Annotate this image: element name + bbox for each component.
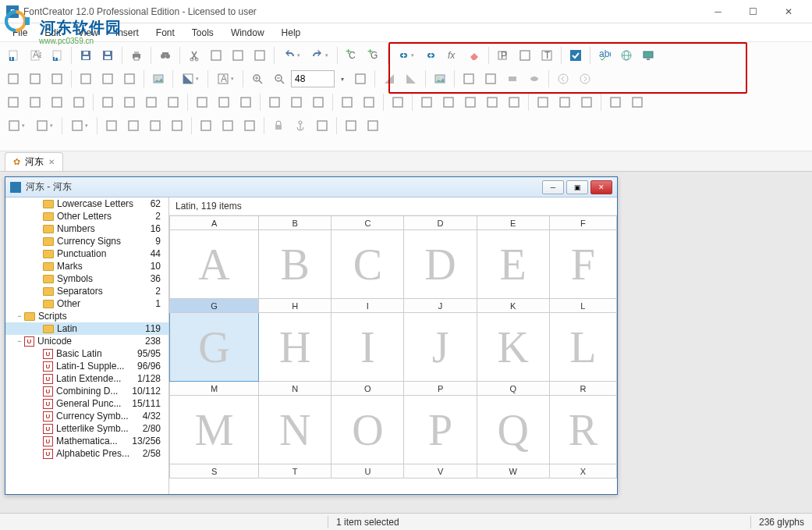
tree-row[interactable]: UCurrency Symb...4/32 (5, 410, 168, 422)
glyph-header-cell[interactable]: S (170, 464, 259, 478)
rect-select-icon[interactable] (3, 69, 23, 89)
check-icon[interactable] (566, 45, 586, 66)
tree-row[interactable]: Lowercase Letters62 (5, 197, 168, 210)
glyph-cell[interactable]: G (170, 313, 259, 382)
glyph-header-cell[interactable]: U (332, 464, 404, 478)
tree-row[interactable]: −Scripts (5, 310, 168, 322)
tree-row[interactable]: −UUnicode238 (5, 335, 168, 347)
file-f-icon[interactable]: F (3, 45, 23, 66)
glyph-header-cell[interactable]: B (259, 216, 332, 230)
tree-row[interactable]: Marks10 (5, 260, 168, 272)
glyph-header-cell[interactable]: V (404, 464, 477, 478)
menu-help[interactable]: Help (274, 26, 309, 40)
glyph-header-cell[interactable]: N (259, 382, 332, 396)
glyph-header-cell[interactable]: T (259, 464, 332, 478)
glyph-cell[interactable]: R (549, 396, 616, 464)
glyph-header-cell[interactable]: C (332, 216, 404, 230)
child-maximize-button[interactable]: ▣ (566, 180, 588, 194)
tree-row[interactable]: UBasic Latin95/95 (5, 347, 168, 360)
abc-spell-icon[interactable]: abc (594, 45, 615, 66)
tree-row[interactable]: Latin119 (5, 322, 168, 335)
glyph-cell[interactable]: A (170, 230, 259, 299)
glyph-cell[interactable]: K (477, 313, 549, 382)
redo-icon[interactable]: ▾ (307, 45, 333, 66)
minimize-button[interactable]: ─ (700, 1, 736, 23)
eraser-icon[interactable] (464, 45, 484, 66)
glyph-cell[interactable]: I (332, 313, 404, 382)
tree-row[interactable]: Separators2 (5, 285, 168, 297)
glyph-header-cell[interactable]: P (404, 382, 477, 396)
p-tag-icon[interactable]: P (493, 45, 513, 66)
tree-row[interactable]: Punctuation44 (5, 247, 168, 260)
glyph-header-cell[interactable]: E (477, 216, 549, 230)
save-all-icon[interactable] (98, 45, 118, 66)
image-edit-icon[interactable] (148, 69, 168, 89)
glyph-cell[interactable]: M (170, 396, 259, 464)
glyph-header-cell[interactable]: I (332, 299, 404, 313)
tree-row[interactable]: Symbols36 (5, 272, 168, 285)
menu-insert[interactable]: Insert (108, 26, 147, 40)
tree-row[interactable]: UAlphabetic Pres...2/58 (5, 447, 168, 460)
glyph-header-cell[interactable]: R (549, 382, 616, 396)
table-props-icon[interactable] (515, 45, 535, 66)
tree-row[interactable]: UGeneral Punc...15/111 (5, 397, 168, 410)
glyph-header-cell[interactable]: G (170, 299, 259, 313)
glyph-cell[interactable]: F (549, 230, 616, 299)
plus-c-icon[interactable]: C+ (342, 45, 362, 66)
tree-expander-icon[interactable]: − (15, 337, 24, 345)
tree-row[interactable]: Other1 (5, 297, 168, 310)
unlink-icon[interactable] (420, 45, 441, 66)
tree-row[interactable]: ULatin-1 Supple...96/96 (5, 360, 168, 372)
glyph-header-cell[interactable]: J (404, 299, 477, 313)
copy-icon[interactable] (206, 45, 226, 66)
glyph-header-cell[interactable]: K (477, 299, 549, 313)
zoom-dropdown[interactable]: ▾ (336, 69, 349, 89)
fx-icon[interactable]: fx (442, 45, 463, 66)
tree-row[interactable]: ULatin Extende...1/128 (5, 372, 168, 385)
pointer-icon[interactable] (76, 69, 96, 89)
glyph-header-cell[interactable]: O (332, 382, 404, 396)
globe-grid-icon[interactable] (616, 45, 636, 66)
save-icon[interactable] (76, 45, 96, 66)
glyph-cell[interactable]: H (259, 313, 332, 382)
file-p-icon[interactable]: P (47, 45, 67, 66)
nudge-up-icon[interactable] (47, 69, 67, 89)
glyph-cell[interactable]: L (549, 313, 616, 382)
glyph-cell[interactable]: Q (477, 396, 549, 464)
glyph-grid-scroll[interactable]: ABCDEFABCDEFGHIJKLGHIJKLMNOPQRMNOPQRSTUV… (169, 215, 617, 494)
glyph-cell[interactable]: P (404, 396, 477, 464)
glyph-header-cell[interactable]: A (170, 216, 259, 230)
zoom-input[interactable] (291, 70, 335, 87)
zoom-out-icon[interactable] (269, 69, 289, 89)
glyph-cell[interactable]: N (259, 396, 332, 464)
child-minimize-button[interactable]: ─ (542, 180, 564, 194)
menu-edit[interactable]: Edit (37, 26, 69, 40)
tree-row[interactable]: UCombining D...10/112 (5, 385, 168, 397)
glyph-header-cell[interactable]: Q (477, 382, 549, 396)
child-close-button[interactable]: ✕ (590, 180, 612, 194)
tree-row[interactable]: Numbers16 (5, 222, 168, 235)
glyph-header-cell[interactable]: L (549, 299, 616, 313)
tab-close-icon[interactable]: ✕ (48, 158, 55, 166)
glyph-cell[interactable]: C (332, 230, 404, 299)
menu-view[interactable]: View (70, 26, 106, 40)
paste-special-icon[interactable] (250, 45, 270, 66)
menu-font[interactable]: Font (148, 26, 183, 40)
document-tab[interactable]: ✿ 河东 ✕ (5, 152, 63, 171)
file-a-icon[interactable]: Aa (25, 45, 45, 66)
tree-row[interactable]: ULetterlike Symb...2/80 (5, 422, 168, 435)
glyph-header-cell[interactable]: H (259, 299, 332, 313)
close-button[interactable]: ✕ (771, 1, 806, 23)
tree-expander-icon[interactable]: − (15, 312, 24, 320)
print-icon[interactable] (126, 45, 147, 66)
glyph-header-cell[interactable]: X (549, 464, 616, 478)
freehand-icon[interactable] (119, 69, 140, 89)
glyph-header-cell[interactable]: D (404, 216, 477, 230)
tree-row[interactable]: Currency Signs9 (5, 235, 168, 247)
glyph-header-cell[interactable]: M (170, 382, 259, 396)
undo-icon[interactable]: ▾ (278, 45, 305, 66)
a-rect-icon[interactable]: A▾ (212, 69, 239, 89)
glyph-cell[interactable]: J (404, 313, 477, 382)
glyph-cell[interactable]: E (477, 230, 549, 299)
glyph-cell[interactable]: B (259, 230, 332, 299)
